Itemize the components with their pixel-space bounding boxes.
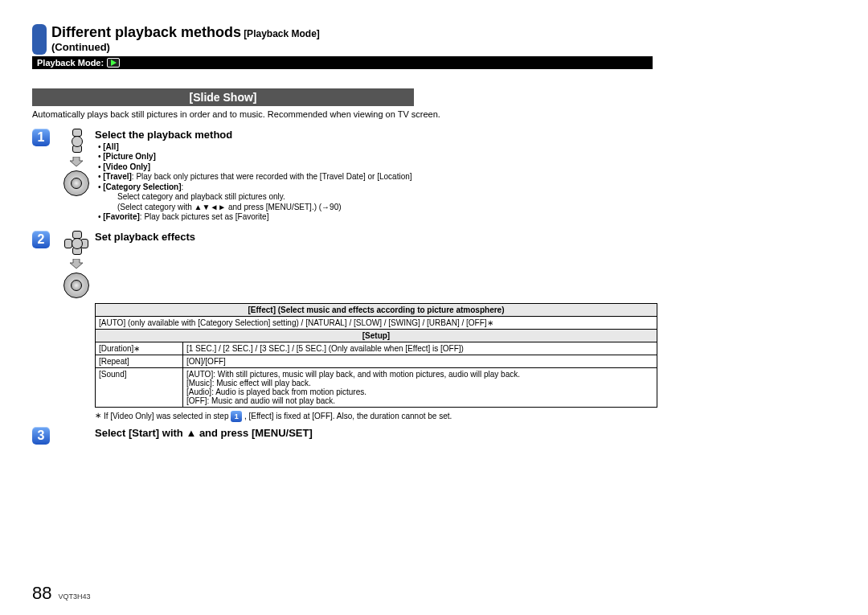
page-footer: 88 VQT3H43 bbox=[32, 583, 91, 604]
dpad-full-icon bbox=[64, 231, 88, 255]
playback-mode-bar: Playback Mode: bbox=[32, 56, 653, 69]
step-3: 3 Select [Start] with ▲ and press [MENU/… bbox=[32, 427, 836, 445]
play-icon bbox=[107, 58, 120, 68]
table-header-setup: [Setup] bbox=[96, 329, 657, 342]
duration-value: [1 SEC.] / [2 SEC.] / [3 SEC.] / [5 SEC.… bbox=[183, 342, 657, 355]
page-header: Different playback methods [Playback Mod… bbox=[32, 24, 836, 55]
repeat-label: [Repeat] bbox=[96, 355, 183, 367]
footnote-before: If [Video Only] was selected in step bbox=[104, 411, 231, 420]
down-arrow-icon bbox=[70, 156, 83, 167]
opt-favorite-desc: : Play back pictures set as [Favorite] bbox=[140, 212, 269, 221]
down-arrow-icon bbox=[70, 258, 83, 269]
opt-travel-desc: : Play back only pictures that were reco… bbox=[132, 172, 412, 181]
table-row-effect: [AUTO] (only available with [Category Se… bbox=[96, 316, 657, 329]
opt-category-label: [Category Selection] bbox=[103, 182, 181, 191]
opt-favorite-label: [Favorite] bbox=[103, 212, 140, 221]
settings-table-wrap: [Effect] (Select music and effects accor… bbox=[95, 303, 657, 408]
dpad-updown-icon bbox=[64, 129, 88, 153]
step-badge-3: 3 bbox=[32, 427, 50, 445]
step1-heading: Select the playback method bbox=[95, 129, 836, 141]
page-number: 88 bbox=[32, 583, 51, 604]
footnote-after: , [Effect] is fixed at [OFF]. Also, the … bbox=[244, 411, 452, 420]
step3-heading: Select [Start] with ▲ and press [MENU/SE… bbox=[95, 427, 313, 439]
menu-set-button-icon bbox=[63, 170, 89, 196]
section-title: [Slide Show] bbox=[32, 88, 414, 106]
step-2: 2 Set playback effects bbox=[32, 231, 836, 298]
svg-marker-2 bbox=[70, 259, 83, 269]
svg-marker-0 bbox=[111, 59, 117, 66]
menu-set-button-icon bbox=[63, 273, 89, 298]
document-code: VQT3H43 bbox=[58, 592, 90, 601]
footnote-step-badge: 1 bbox=[231, 411, 242, 422]
step-badge-2: 2 bbox=[32, 231, 50, 248]
step1-options: [All] [Picture Only] [Video Only] [Trave… bbox=[95, 142, 836, 223]
opt-category-desc1: Select category and playback still pictu… bbox=[98, 192, 836, 203]
section-intro: Automatically plays back still pictures … bbox=[32, 109, 651, 121]
opt-video-only: [Video Only] bbox=[103, 162, 150, 171]
settings-table: [Effect] (Select music and effects accor… bbox=[95, 303, 657, 408]
footnote-asterisk: ∗ bbox=[95, 411, 101, 420]
table-header-effect: [Effect] (Select music and effects accor… bbox=[96, 303, 657, 316]
footnote: ∗ If [Video Only] was selected in step 1… bbox=[95, 411, 657, 422]
duration-label: [Duration]∗ bbox=[96, 342, 183, 355]
header-accent-tab bbox=[32, 24, 47, 55]
playback-mode-label: Playback Mode: bbox=[37, 58, 104, 68]
opt-category-desc2: (Select category with ▲▼◄► and press [ME… bbox=[98, 203, 836, 213]
page-title: Different playback methods bbox=[51, 24, 241, 40]
step2-heading: Set playback effects bbox=[95, 231, 836, 243]
repeat-value: [ON]/[OFF] bbox=[183, 355, 657, 367]
step-1: 1 Select the playback method [All] [Pict… bbox=[32, 129, 836, 223]
opt-travel-label: [Travel] bbox=[103, 172, 132, 181]
page-title-sub: [Playback Mode] bbox=[244, 28, 320, 39]
svg-marker-1 bbox=[70, 157, 83, 166]
page-title-continued: (Continued) bbox=[51, 41, 320, 53]
step-badge-1: 1 bbox=[32, 129, 50, 146]
sound-value: [AUTO]: With still pictures, music will … bbox=[183, 367, 657, 407]
opt-all: [All] bbox=[103, 142, 118, 151]
opt-picture-only: [Picture Only] bbox=[103, 152, 156, 161]
sound-label: [Sound] bbox=[96, 367, 183, 407]
